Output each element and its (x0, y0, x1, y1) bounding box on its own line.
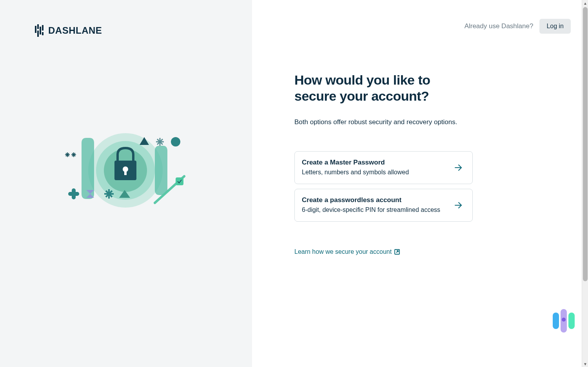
option-description: Letters, numbers and symbols allowed (302, 168, 447, 177)
learn-link-text: Learn how we secure your account (294, 248, 392, 255)
security-illustration (63, 133, 188, 212)
arrow-right-icon (454, 163, 463, 172)
widget-bar-blue (553, 313, 559, 329)
svg-rect-1 (37, 24, 39, 29)
external-link-icon (394, 249, 400, 255)
arrow-right-icon (454, 201, 463, 210)
dashlane-logo-icon (35, 24, 45, 37)
brand-name: DASHLANE (48, 25, 102, 36)
option-title: Create a Master Password (302, 159, 447, 166)
option-text: Create a passwordless account 6-digit, d… (302, 196, 454, 214)
right-panel: Already use Dashlane? Log in How would y… (252, 0, 588, 367)
page-title: How would you like to secure your accoun… (294, 72, 473, 104)
widget-bar-purple (561, 309, 567, 333)
header-right: Already use Dashlane? Log in (465, 19, 571, 34)
svg-rect-3 (40, 27, 41, 34)
options-list: Create a Master Password Letters, number… (294, 151, 473, 222)
widget-bar-green (568, 313, 575, 329)
brand-logo: DASHLANE (35, 24, 102, 37)
svg-rect-5 (42, 32, 44, 35)
svg-point-16 (171, 137, 180, 146)
scrollbar-down-icon[interactable]: ▼ (582, 361, 588, 367)
vertical-scrollbar[interactable]: ▲ ▼ (582, 0, 588, 367)
option-description: 6-digit, device-specific PIN for streaml… (302, 206, 447, 214)
subtitle: Both options offer robust security and r… (294, 118, 473, 126)
learn-more-link[interactable]: Learn how we secure your account (294, 248, 400, 255)
left-panel: DASHLANE (0, 0, 252, 367)
svg-rect-2 (37, 31, 39, 37)
main-content: How would you like to secure your accoun… (294, 72, 473, 255)
option-text: Create a Master Password Letters, number… (302, 159, 454, 177)
floating-widget[interactable] (553, 309, 575, 333)
option-passwordless[interactable]: Create a passwordless account 6-digit, d… (294, 189, 473, 222)
svg-rect-26 (68, 192, 79, 196)
svg-rect-0 (35, 26, 36, 33)
svg-rect-4 (42, 25, 44, 31)
svg-line-36 (396, 251, 398, 253)
option-title: Create a passwordless account (302, 196, 447, 204)
svg-rect-11 (124, 170, 127, 175)
login-button[interactable]: Log in (539, 19, 571, 34)
scrollbar-thumb[interactable] (583, 7, 588, 281)
already-use-text: Already use Dashlane? (465, 22, 534, 30)
svg-rect-32 (176, 177, 183, 185)
scrollbar-up-icon[interactable]: ▲ (582, 0, 588, 6)
option-master-password[interactable]: Create a Master Password Letters, number… (294, 151, 473, 184)
